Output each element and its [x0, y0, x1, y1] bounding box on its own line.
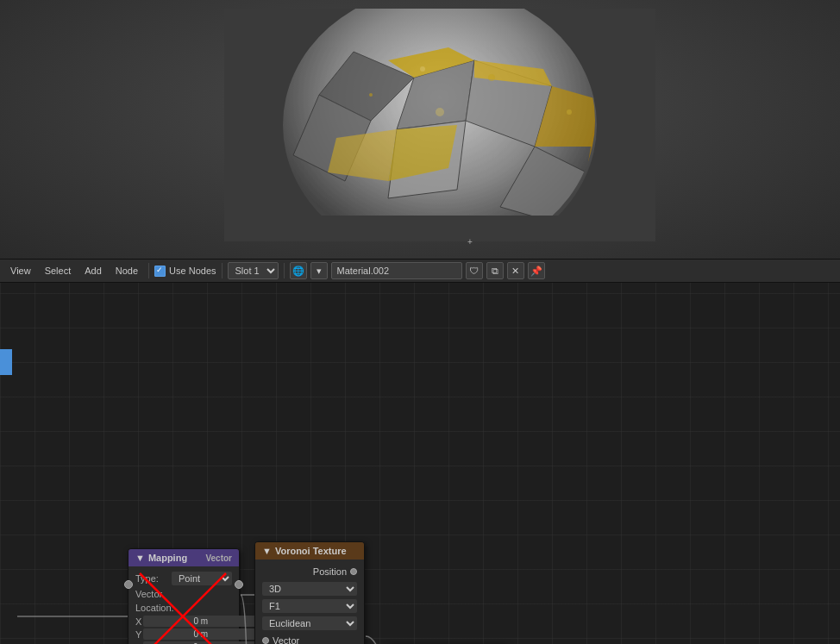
svg-point-19 [436, 108, 444, 116]
voronoi1-position-label: Position [313, 566, 347, 577]
mapping-x-label: X [135, 616, 141, 627]
slot-dropdown[interactable]: Slot 1 [228, 262, 279, 279]
node-menu[interactable]: Node [110, 264, 143, 278]
voronoi1-dim-dropdown[interactable]: 3D [262, 582, 357, 596]
voronoi1-vector-label: Vector [273, 635, 299, 644]
viewport: + [0, 0, 840, 259]
voronoi1-f1-dropdown[interactable]: F1 [262, 599, 357, 613]
material-name[interactable]: Material.002 [331, 262, 462, 279]
svg-rect-20 [224, 216, 655, 241]
mapping-z-row: Z [129, 641, 239, 644]
mapping-x-input[interactable] [143, 616, 258, 627]
mapping-y-label: Y [135, 629, 141, 640]
node-editor-toolbar: View Select Add Node Use Nodes Slot 1 🌐 … [0, 259, 840, 283]
3d-cursor: + [467, 237, 473, 247]
separator2 [222, 263, 223, 278]
svg-point-16 [488, 74, 495, 81]
mapping-location-label: Location: [129, 601, 239, 615]
sidebar-tab[interactable] [0, 349, 12, 375]
use-nodes-toggle[interactable]: Use Nodes [154, 266, 216, 277]
mapping-collapse-icon: ▼ [135, 553, 145, 563]
add-menu[interactable]: Add [79, 264, 107, 278]
svg-point-18 [369, 93, 373, 97]
mapping-node-header[interactable]: ▼ Mapping Vector [129, 549, 239, 566]
world-icon[interactable]: 🌐 [290, 262, 307, 279]
use-nodes-label: Use Nodes [169, 266, 216, 276]
use-nodes-checkbox[interactable] [154, 266, 166, 277]
mapping-x-row: X [129, 615, 239, 628]
select-menu[interactable]: Select [40, 264, 77, 278]
mapping-node: ▼ Mapping Vector Type: Point Vector Loca… [128, 548, 240, 644]
svg-point-17 [567, 109, 572, 115]
mapping-vector-label: Vector [205, 553, 232, 563]
voronoi1-header[interactable]: ▼ Voronoi Texture [255, 542, 364, 560]
voronoi1-position-socket [350, 568, 357, 575]
duplicate-icon[interactable]: ⧉ [486, 262, 504, 279]
view-menu[interactable]: View [5, 264, 36, 278]
shield-icon[interactable]: 🛡 [466, 262, 483, 279]
voronoi1-title: Voronoi Texture [275, 546, 347, 556]
pin-icon[interactable]: 📌 [528, 262, 545, 279]
voronoi1-vector-socket [262, 637, 269, 644]
mapping-type-dropdown[interactable]: Point [172, 572, 232, 585]
node-editor-canvas[interactable]: ▼ Mapping Vector Type: Point Vector Loca… [0, 259, 840, 644]
mapping-vector-out-socket [235, 580, 243, 589]
mapping-vector-in-socket [124, 580, 133, 589]
voronoi1-body: Position 3D F1 Euclidean Vector Scale [255, 560, 364, 644]
voronoi1-euclidean-dropdown[interactable]: Euclidean [262, 616, 357, 630]
mapping-y-input[interactable] [143, 628, 258, 640]
voronoi1-vector-row: Vector [255, 632, 364, 644]
voronoi1-node: ▼ Voronoi Texture Position 3D F1 Euclide… [254, 541, 365, 644]
mapping-title: Mapping [148, 553, 187, 563]
3d-object [224, 9, 655, 241]
voronoi1-collapse-icon: ▼ [262, 546, 272, 556]
mapping-y-row: Y [129, 628, 239, 641]
separator3 [284, 263, 285, 278]
svg-point-15 [420, 66, 425, 72]
close-material-icon[interactable]: ✕ [507, 262, 524, 279]
mapping-type-row: Type: Point [129, 570, 239, 587]
voronoi1-position-row: Position [255, 563, 364, 580]
dropdown-icon[interactable]: ▾ [310, 262, 328, 279]
separator [148, 263, 149, 278]
mapping-body: Type: Point Vector Location: X Y Z Rotat… [129, 566, 239, 644]
mapping-type-label: Type: [135, 573, 168, 584]
mapping-vector-section: Vector [129, 587, 239, 601]
